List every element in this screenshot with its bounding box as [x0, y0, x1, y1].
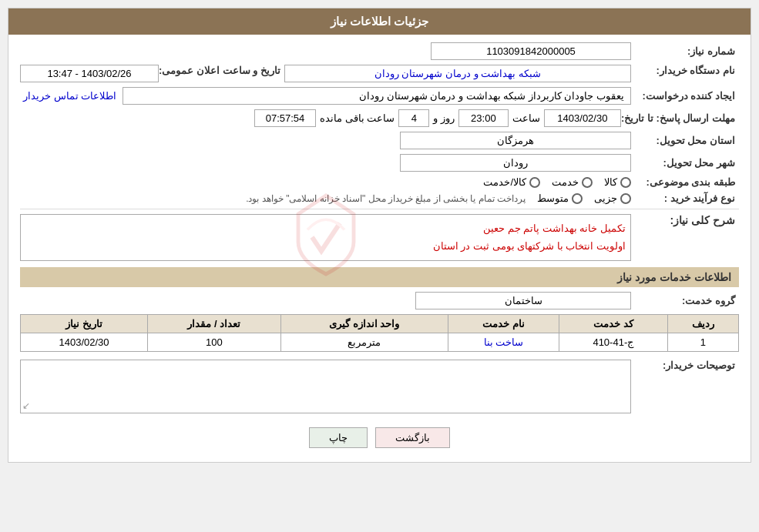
purchase-type-label: نوع فرآیند خرید :: [631, 192, 739, 204]
description-box: تکمیل خانه بهداشت پاتم جم حعین اولویت ان…: [20, 214, 631, 261]
type-motawaset-label: متوسط: [537, 192, 569, 204]
type-jozi-label: جزیی: [594, 192, 617, 204]
table-row: 1 ج-41-410 ساخت بنا مترمربع 100 1403/02/…: [21, 333, 739, 351]
services-table: ردیف کد خدمت نام خدمت واحد اندازه گیری ت…: [20, 314, 739, 352]
service-group-label: گروه خدمت:: [631, 295, 739, 306]
creator-label: ایجاد کننده درخواست:: [631, 90, 739, 102]
province-label: استان محل تحویل:: [631, 135, 739, 146]
resize-icon: ↙: [22, 400, 30, 411]
category-kala-khedmat[interactable]: کالا/خدمت: [483, 176, 540, 188]
category-label: طبقه بندی موضوعی:: [631, 176, 739, 188]
col-unit: واحد اندازه گیری: [280, 314, 448, 333]
deadline-remaining-label-text: ساعت باقی مانده: [320, 112, 395, 124]
services-section-header: اطلاعات خدمات مورد نیاز: [20, 267, 739, 287]
description-text: تکمیل خانه بهداشت پاتم جم حعین اولویت ان…: [25, 219, 626, 256]
bottom-buttons: بازگشت چاپ: [20, 418, 739, 454]
province-value: هرمزگان: [400, 132, 631, 149]
radio-jozi: [620, 193, 631, 204]
category-khedmat[interactable]: خدمت: [552, 176, 593, 188]
category-kala-label: کالا: [604, 176, 617, 188]
category-options: کالا خدمت کالا/خدمت: [20, 176, 631, 188]
service-group-value: ساختمان: [415, 292, 631, 309]
deadline-time: 23:00: [458, 109, 509, 127]
desc-line2: اولویت انتخاب با شرکتهای بومی ثبت در است…: [25, 237, 626, 255]
buyer-org-value: شبکه بهداشت و درمان شهرستان رودان: [284, 65, 631, 82]
col-date: تاریخ نیاز: [21, 314, 148, 333]
deadline-label: مهلت ارسال پاسخ: تا تاریخ:: [621, 112, 739, 124]
description-section-label: شرح کلی نیاز:: [631, 214, 739, 226]
back-button[interactable]: بازگشت: [375, 427, 450, 448]
radio-motawaset: [572, 193, 583, 204]
cell-service-name[interactable]: ساخت بنا: [448, 333, 559, 351]
buyer-desc-box: ↙: [20, 360, 631, 413]
radio-kala-khedmat: [529, 177, 540, 188]
radio-kala: [620, 177, 631, 188]
request-number-label: شماره نیاز:: [631, 45, 739, 57]
print-button[interactable]: چاپ: [309, 427, 368, 448]
type-jozi[interactable]: جزیی: [594, 192, 631, 204]
deadline-days: 4: [398, 109, 429, 127]
radio-khedmat: [582, 177, 593, 188]
col-quantity: تعداد / مقدار: [148, 314, 281, 333]
desc-line1: تکمیل خانه بهداشت پاتم جم حعین: [25, 219, 626, 237]
cell-unit: مترمربع: [280, 333, 448, 351]
category-khedmat-label: خدمت: [552, 176, 579, 188]
category-kala[interactable]: کالا: [604, 176, 631, 188]
city-label: شهر محل تحویل:: [631, 157, 739, 169]
creator-value: یعقوب جاودان کاربرداز شبکه بهداشت و درما…: [123, 87, 631, 105]
cell-date: 1403/02/30: [21, 333, 148, 351]
deadline-remaining: 07:57:54: [254, 109, 316, 127]
deadline-time-label-text: ساعت: [512, 112, 540, 124]
purchase-type-note: پرداخت تمام یا بخشی از مبلغ خریداز محل "…: [20, 193, 526, 204]
request-number-value: 1103091842000005: [431, 42, 631, 60]
city-value: رودان: [400, 154, 631, 172]
deadline-date: 1403/02/30: [544, 109, 621, 127]
buyer-org-label: نام دستگاه خریدار:: [631, 65, 739, 82]
type-motawaset[interactable]: متوسط: [537, 192, 583, 204]
announce-value: 1403/02/26 - 13:47: [20, 65, 159, 82]
cell-service-code: ج-41-410: [559, 333, 667, 351]
cell-rownum: 1: [667, 333, 738, 351]
announce-label: تاریخ و ساعت اعلان عمومی:: [159, 65, 284, 82]
cell-quantity: 100: [148, 333, 281, 351]
col-service-name: نام خدمت: [448, 314, 559, 333]
col-rownum: ردیف: [667, 314, 738, 333]
col-service-code: کد خدمت: [559, 314, 667, 333]
deadline-days-label-text: روز و: [433, 112, 455, 124]
buyer-desc-label: توصیحات خریدار:: [631, 360, 739, 371]
contact-link[interactable]: اطلاعات تماس خریدار: [23, 90, 116, 102]
page-title: جزئیات اطلاعات نیاز: [8, 8, 751, 35]
category-kala-khedmat-label: کالا/خدمت: [483, 176, 526, 188]
